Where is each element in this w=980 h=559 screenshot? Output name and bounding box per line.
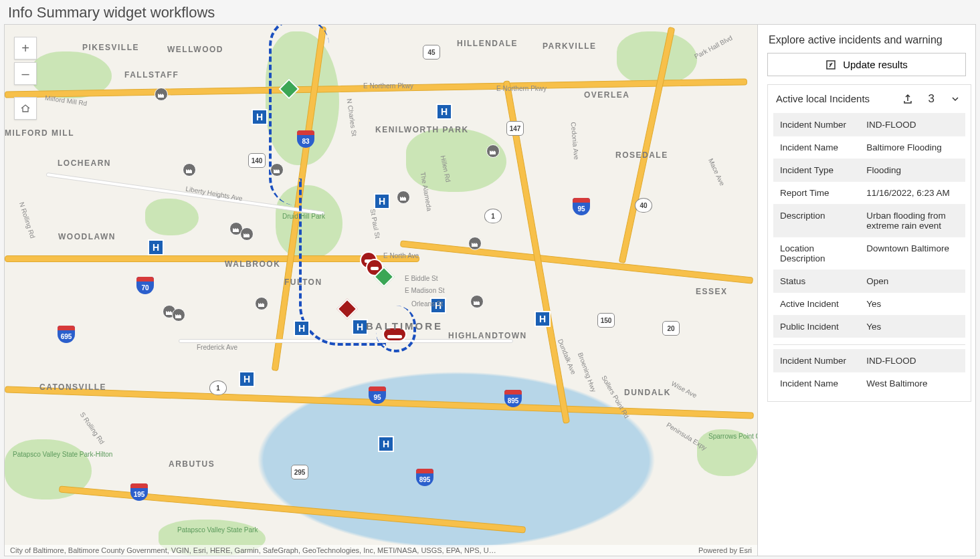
hospital-icon: H: [378, 436, 394, 452]
interstate-shield: 83: [297, 130, 314, 148]
hospital-icon: H: [374, 193, 390, 209]
industry-icon: [397, 191, 410, 204]
industry-icon: [270, 163, 284, 177]
export-button[interactable]: [900, 92, 915, 106]
route-shield: 140: [248, 153, 266, 168]
table-row: Active IncidentYes: [773, 293, 965, 316]
interstate-shield: 70: [136, 277, 154, 294]
table-row: StatusOpen: [773, 270, 965, 293]
table-row: Report Time11/16/2022, 6:23 AM: [773, 182, 965, 205]
interstate-shield: 95: [369, 386, 386, 404]
collapse-button[interactable]: [948, 92, 963, 106]
table-row: Incident NumberIND-FLOOD: [773, 350, 965, 372]
attribution-sources: City of Baltimore, Baltimore County Gove…: [10, 546, 496, 554]
home-icon: [20, 103, 31, 114]
industry-icon: [183, 163, 196, 177]
route-shield: 40: [635, 198, 652, 213]
industry-icon: [155, 88, 168, 101]
route-shield: 1: [209, 380, 227, 395]
route-shield: 147: [506, 121, 524, 136]
route-shield: 45: [423, 45, 440, 60]
incident-table: Incident NumberIND-FLOOD Incident NameBa…: [773, 113, 965, 338]
table-row: Location DescriptionDowntown Baltimore: [773, 237, 965, 270]
attribution-powered-by[interactable]: Powered by Esri: [698, 546, 752, 554]
hospital-icon: H: [294, 320, 310, 336]
hospital-icon: H: [436, 104, 452, 120]
table-row: DescriptionUrban flooding from extreme r…: [773, 205, 965, 237]
incident-card: Active local Incidents 3 Incident Number…: [767, 84, 971, 402]
industry-icon: [172, 308, 185, 322]
sidebar-panel: Explore active incidents and warning Upd…: [757, 25, 975, 556]
update-results-label: Update results: [843, 59, 908, 70]
industry-icon: [240, 227, 254, 241]
route-shield: 1: [484, 209, 502, 223]
table-row: Incident NameWest Baltimore: [773, 372, 965, 395]
chevron-down-icon: [950, 94, 961, 104]
hospital-icon: H: [252, 109, 268, 125]
interstate-shield: 895: [504, 390, 522, 407]
road-closed-icon: [383, 327, 407, 342]
route-shield: 295: [291, 465, 308, 479]
interstate-shield: 695: [58, 326, 75, 343]
sidebar-heading: Explore active incidents and warning: [758, 25, 975, 53]
hospital-icon: H: [148, 239, 164, 255]
table-row: Public IncidentYes: [773, 316, 965, 338]
hospital-icon: H: [534, 311, 551, 327]
update-icon: [825, 60, 836, 70]
table-row: Incident TypeFlooding: [773, 159, 965, 182]
map-view[interactable]: H H H H H H H H H H: [5, 25, 757, 556]
home-button[interactable]: [14, 97, 37, 120]
interstate-shield: 195: [130, 483, 148, 501]
route-shield: 150: [597, 313, 615, 328]
industry-icon: [470, 295, 484, 308]
map-attribution: City of Baltimore, Baltimore County Gove…: [5, 545, 757, 556]
incident-count: 3: [922, 92, 941, 106]
table-row: Incident NameBaltimore Flooding: [773, 136, 965, 159]
export-icon: [902, 94, 913, 104]
content-container: H H H H H H H H H H: [4, 24, 976, 556]
hospital-icon: H: [430, 298, 446, 314]
interstate-shield: 95: [573, 198, 590, 215]
results-scroll[interactable]: Active local Incidents 3 Incident Number…: [758, 84, 975, 556]
page-title: Info Summary widget workflows: [0, 0, 980, 24]
card-title: Active local Incidents: [776, 92, 894, 106]
industry-icon: [468, 237, 482, 250]
card-header: Active local Incidents 3: [768, 85, 971, 113]
industry-icon: [486, 144, 500, 158]
update-results-button[interactable]: Update results: [767, 53, 966, 76]
zoom-in-button[interactable]: +: [14, 37, 37, 60]
card-divider: [773, 344, 965, 345]
incident-table: Incident NumberIND-FLOOD Incident NameWe…: [773, 349, 965, 395]
zoom-out-button[interactable]: –: [14, 62, 37, 85]
route-shield: 20: [662, 321, 680, 336]
industry-icon: [255, 297, 268, 310]
interstate-shield: 895: [416, 469, 433, 486]
table-row: Incident NumberIND-FLOOD: [773, 114, 965, 136]
hospital-icon: H: [352, 319, 368, 335]
hospital-icon: H: [239, 371, 255, 387]
